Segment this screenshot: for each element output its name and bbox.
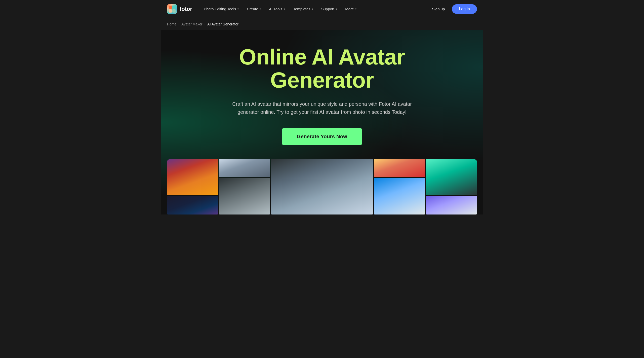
svg-rect-0 <box>169 6 172 9</box>
gallery-col-2 <box>219 159 270 214</box>
svg-rect-2 <box>169 9 172 13</box>
breadcrumb-home[interactable]: Home <box>167 22 176 26</box>
svg-rect-3 <box>172 9 176 13</box>
nav-item-more[interactable]: More ▾ <box>342 5 360 13</box>
hero-title: Online AI Avatar Generator <box>209 45 435 92</box>
breadcrumb: Home › Avatar Maker › AI Avatar Generato… <box>161 18 483 30</box>
avatar-gallery <box>167 159 477 214</box>
nav-menu: Photo Editing Tools ▾ Create ▾ AI Tools … <box>200 5 429 13</box>
svg-rect-1 <box>172 6 176 9</box>
chevron-down-icon: ▾ <box>336 8 337 10</box>
list-item <box>426 159 477 196</box>
nav-item-photo-editing[interactable]: Photo Editing Tools ▾ <box>200 5 242 13</box>
chevron-down-icon: ▾ <box>284 8 285 10</box>
hero-subtitle: Craft an AI avatar that mirrors your uni… <box>224 100 420 116</box>
list-item <box>167 159 218 196</box>
gallery-col-1 <box>167 159 218 214</box>
chevron-right-icon: › <box>204 22 205 26</box>
list-item <box>374 178 425 214</box>
logo[interactable]: fotor <box>167 4 192 14</box>
list-item <box>374 159 425 177</box>
generate-cta-button[interactable]: Generate Yours Now <box>282 128 362 145</box>
login-button[interactable]: Log in <box>452 4 477 14</box>
list-item <box>167 196 218 214</box>
list-item <box>219 159 270 177</box>
chevron-right-icon: › <box>178 22 179 26</box>
list-item <box>271 159 373 214</box>
navbar: fotor Photo Editing Tools ▾ Create ▾ AI … <box>161 0 483 18</box>
nav-item-ai-tools[interactable]: AI Tools ▾ <box>265 5 289 13</box>
chevron-down-icon: ▾ <box>312 8 313 10</box>
gallery-col-4 <box>374 159 425 214</box>
chevron-down-icon: ▾ <box>260 8 261 10</box>
gallery-col-5 <box>426 159 477 214</box>
list-item <box>219 178 270 214</box>
chevron-down-icon: ▾ <box>237 8 239 10</box>
chevron-down-icon: ▾ <box>355 8 356 10</box>
breadcrumb-current: AI Avatar Generator <box>207 22 238 26</box>
nav-item-create[interactable]: Create ▾ <box>243 5 264 13</box>
breadcrumb-avatar-maker[interactable]: Avatar Maker <box>181 22 202 26</box>
logo-icon <box>167 4 177 14</box>
list-item <box>426 196 477 214</box>
nav-item-support[interactable]: Support ▾ <box>318 5 341 13</box>
gallery-col-3-main <box>271 159 373 214</box>
hero-section: Online AI Avatar Generator Craft an AI a… <box>161 30 483 214</box>
nav-item-templates[interactable]: Templates ▾ <box>290 5 316 13</box>
signup-button[interactable]: Sign up <box>429 5 448 13</box>
nav-auth: Sign up Log in <box>429 4 477 14</box>
logo-text: fotor <box>180 6 192 12</box>
